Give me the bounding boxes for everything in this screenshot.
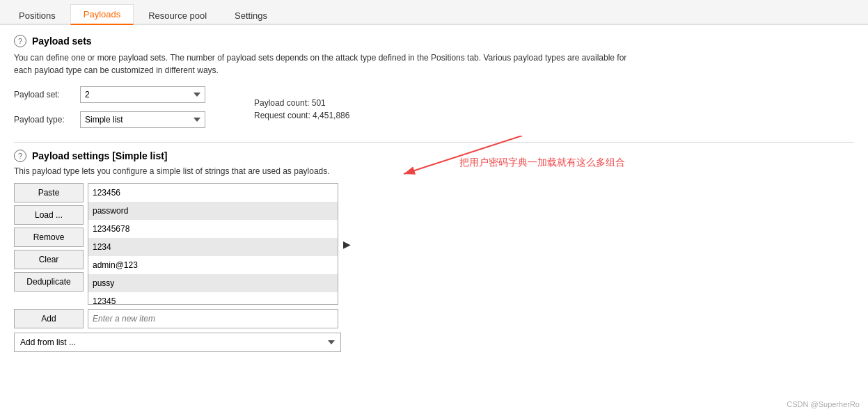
main-content: ? Payload sets You can define one or mor… bbox=[0, 25, 868, 362]
payload-settings-title: Payload settings [Simple list] bbox=[32, 150, 168, 161]
payload-settings-header: ? Payload settings [Simple list] bbox=[14, 150, 854, 162]
payload-settings-description: This payload type lets you configure a s… bbox=[14, 166, 854, 176]
paste-button[interactable]: Paste bbox=[14, 183, 84, 202]
payload-settings-help-icon[interactable]: ? bbox=[14, 150, 26, 162]
load-button[interactable]: Load ... bbox=[14, 205, 84, 225]
payload-forms-col: Payload set: 1 2 3 Payload type: Simple … bbox=[14, 86, 205, 132]
payload-set-row: Payload set: 1 2 3 bbox=[14, 86, 205, 103]
payload-set-label: Payload set: bbox=[14, 90, 73, 99]
list-item[interactable]: 1234 bbox=[88, 238, 338, 256]
add-row: Add bbox=[14, 309, 854, 328]
tab-settings[interactable]: Settings bbox=[221, 6, 281, 25]
payload-sets-controls: Payload set: 1 2 3 Payload type: Simple … bbox=[14, 86, 854, 132]
list-item[interactable]: admin@123 bbox=[88, 256, 338, 274]
payload-info-col: Payload count: 501 Request count: 4,451,… bbox=[233, 86, 349, 132]
tab-positions[interactable]: Positions bbox=[6, 6, 69, 25]
add-from-list-row: Add from list ... bbox=[14, 333, 854, 352]
scroll-right-arrow: ▶ bbox=[343, 239, 351, 250]
tab-resource-pool[interactable]: Resource pool bbox=[135, 6, 220, 25]
clear-button[interactable]: Clear bbox=[14, 250, 84, 269]
payload-list-container: 123456 password 12345678 1234 admin@123 … bbox=[88, 183, 338, 305]
payload-type-select[interactable]: Simple list Runtime file Custom iterator… bbox=[80, 111, 205, 128]
request-count: Request count: 4,451,886 bbox=[254, 111, 349, 120]
payload-type-row: Payload type: Simple list Runtime file C… bbox=[14, 111, 205, 128]
list-action-buttons: Paste Load ... Remove Clear Deduplicate bbox=[14, 183, 84, 292]
remove-button[interactable]: Remove bbox=[14, 228, 84, 247]
list-item[interactable]: 123456 bbox=[88, 184, 338, 202]
list-item[interactable]: 12345678 bbox=[88, 220, 338, 238]
list-item[interactable]: 12345 bbox=[88, 292, 338, 305]
payload-sets-header: ? Payload sets bbox=[14, 35, 854, 47]
tab-bar: Positions Payloads Resource pool Setting… bbox=[0, 0, 868, 25]
payload-sets-help-icon[interactable]: ? bbox=[14, 35, 26, 47]
new-item-input[interactable] bbox=[88, 309, 338, 328]
payload-sets-title: Payload sets bbox=[32, 35, 92, 47]
section-divider bbox=[14, 142, 854, 143]
add-button[interactable]: Add bbox=[14, 309, 84, 328]
list-area: Paste Load ... Remove Clear Deduplicate … bbox=[14, 183, 854, 305]
add-from-list-select[interactable]: Add from list ... bbox=[14, 333, 341, 352]
payload-count: Payload count: 501 bbox=[254, 98, 349, 108]
tab-payloads[interactable]: Payloads bbox=[70, 4, 134, 25]
payload-sets-description: You can define one or more payload sets.… bbox=[14, 51, 640, 77]
payload-set-select[interactable]: 1 2 3 bbox=[80, 86, 205, 103]
payload-type-label: Payload type: bbox=[14, 115, 73, 125]
watermark: CSDN @SuperherRo bbox=[787, 400, 860, 408]
payload-list[interactable]: 123456 password 12345678 1234 admin@123 … bbox=[88, 183, 338, 305]
list-item[interactable]: password bbox=[88, 202, 338, 220]
deduplicate-button[interactable]: Deduplicate bbox=[14, 272, 84, 292]
list-item[interactable]: pussy bbox=[88, 274, 338, 292]
